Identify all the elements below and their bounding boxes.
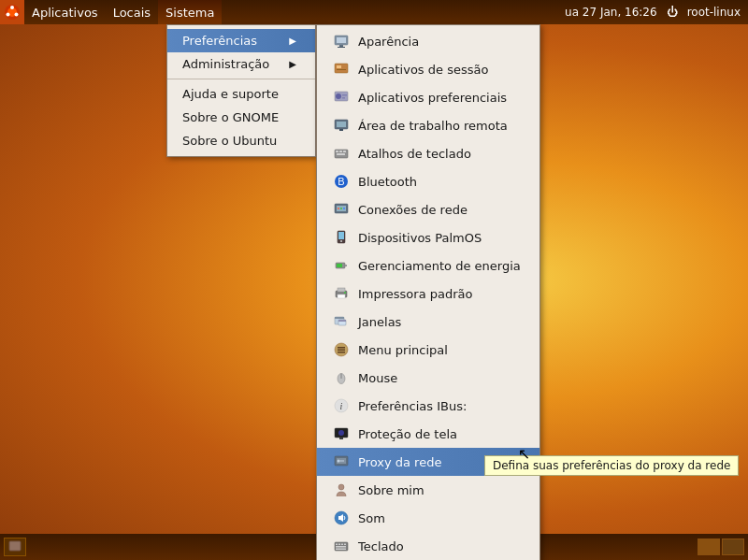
palm-label: Dispositivos PalmOS [358, 231, 482, 245]
menu-principal-icon [332, 340, 351, 359]
sobre-ubuntu-label: Sobre o Ubuntu [182, 134, 277, 148]
ibus-label: Preferências IBus: [358, 399, 467, 413]
svg-rect-36 [337, 264, 342, 267]
aparencia-label: Aparência [358, 35, 419, 49]
pref-item-menu[interactable]: Menu principal [317, 336, 539, 364]
pref-item-sobre-mim[interactable]: Sobre mim [317, 476, 539, 504]
pref-item-conexoes[interactable]: Conexões de rede [317, 195, 539, 223]
datetime: ua 27 Jan, 16:26 [565, 6, 657, 19]
svg-rect-18 [339, 129, 343, 131]
menu-item-administracao[interactable]: Administração ▶ [167, 52, 315, 76]
pref-item-remota[interactable]: Área de trabalho remota [317, 111, 539, 139]
ibus-icon: i [332, 396, 351, 415]
pref-item-preferenciais[interactable]: Aplicativos preferenciais [317, 83, 539, 111]
preferencias-menu-panel: Aparência Aplicativos de sessão Aplicati… [316, 24, 540, 560]
menu-item-preferencias[interactable]: Preferências ▶ [167, 29, 315, 52]
mouse-icon [332, 368, 351, 387]
pref-item-sessao[interactable]: Aplicativos de sessão [317, 55, 539, 83]
svg-rect-44 [338, 320, 346, 322]
impressora-icon [332, 284, 351, 303]
svg-rect-7 [339, 45, 343, 47]
svg-rect-56 [339, 438, 343, 439]
sobre-gnome-label: Sobre o GNOME [182, 110, 279, 124]
workspace-2[interactable] [722, 538, 744, 555]
pref-item-janelas[interactable]: Janelas [317, 308, 539, 336]
svg-point-4 [7, 13, 10, 17]
submenu-arrow-2: ▶ [289, 59, 296, 69]
menu-principal-label: Menu principal [358, 343, 448, 357]
atalhos-label: Atalhos de teclado [358, 147, 471, 161]
janelas-label: Janelas [358, 315, 401, 329]
conexoes-label: Conexões de rede [358, 203, 468, 217]
preferenciais-icon [332, 88, 351, 107]
menu-item-sobre-gnome[interactable]: Sobre o GNOME [167, 106, 315, 129]
menu-item-ajuda[interactable]: Ajuda e suporte [167, 82, 315, 106]
remota-icon [332, 116, 351, 135]
power-icon: ⏻ [667, 6, 678, 19]
atalhos-icon [332, 144, 351, 163]
svg-rect-21 [339, 151, 342, 152]
pref-item-mouse[interactable]: Mouse [317, 364, 539, 392]
menu-separator-1 [167, 79, 315, 79]
svg-rect-15 [342, 97, 345, 99]
svg-rect-38 [338, 288, 345, 292]
protecao-label: Proteção de tela [358, 427, 457, 441]
svg-point-61 [338, 484, 344, 490]
svg-rect-70 [9, 541, 21, 551]
pref-item-bluetooth[interactable]: B Bluetooth [317, 167, 539, 195]
show-desktop-btn[interactable] [4, 538, 26, 556]
menu-item-sobre-ubuntu[interactable]: Sobre o Ubuntu [167, 129, 315, 152]
sobre-mim-label: Sobre mim [358, 483, 424, 497]
administracao-label: Administração [182, 57, 269, 71]
svg-rect-67 [344, 544, 346, 546]
workspace-switcher [698, 538, 744, 555]
svg-rect-32 [338, 232, 344, 239]
svg-rect-65 [338, 544, 340, 546]
panel-menu-locais[interactable]: Locais [106, 0, 158, 24]
svg-rect-66 [341, 544, 343, 546]
impressora-label: Impressora padrão [358, 287, 472, 301]
svg-point-51 [340, 375, 342, 377]
svg-rect-69 [336, 549, 346, 551]
svg-rect-23 [337, 153, 345, 155]
proxy-label: Proxy da rede [358, 455, 441, 469]
svg-rect-35 [345, 265, 347, 266]
som-label: Som [358, 511, 385, 525]
pref-item-palm[interactable]: Dispositivos PalmOS [317, 223, 539, 251]
bluetooth-label: Bluetooth [358, 175, 417, 189]
panel-menu-sistema[interactable]: Sistema [158, 0, 222, 24]
panel-right: ua 27 Jan, 16:26 ⏻ root-linux [565, 6, 748, 19]
teclado-label: Teclado [358, 539, 404, 553]
pref-item-teclado[interactable]: Teclado [317, 532, 539, 560]
som-icon [332, 509, 351, 527]
svg-rect-42 [335, 317, 344, 319]
pref-item-som[interactable]: Som [317, 504, 539, 532]
palm-icon [332, 228, 351, 247]
sistema-menu-panel: Preferências ▶ Administração ▶ Ajuda e s… [166, 24, 316, 157]
pref-item-aparencia[interactable]: Aparência [317, 27, 539, 55]
svg-point-29 [340, 208, 342, 209]
svg-rect-22 [343, 151, 346, 152]
sistema-menu: Preferências ▶ Administração ▶ Ajuda e s… [166, 24, 316, 157]
workspace-1[interactable] [698, 538, 720, 555]
svg-rect-47 [338, 350, 345, 352]
svg-text:B: B [338, 176, 344, 187]
pref-item-atalhos[interactable]: Atalhos de teclado [317, 139, 539, 167]
desktop: Aplicativos Locais Sistema ua 27 Jan, 16… [0, 0, 748, 560]
svg-point-30 [343, 208, 345, 209]
svg-point-59 [338, 460, 340, 463]
ubuntu-icon[interactable] [0, 0, 24, 24]
svg-point-40 [344, 292, 346, 294]
svg-text:i: i [340, 401, 343, 411]
svg-rect-46 [338, 347, 345, 349]
username: root-linux [687, 6, 741, 19]
pref-item-energia[interactable]: Gerenciamento de energia [317, 251, 539, 280]
preferencias-label: Preferências [182, 34, 257, 48]
pref-item-protecao[interactable]: Proteção de tela [317, 420, 539, 448]
pref-item-impressora[interactable]: Impressora padrão [317, 280, 539, 308]
pref-item-ibus[interactable]: i Preferências IBus: [317, 392, 539, 420]
panel-left: Aplicativos Locais Sistema [0, 0, 222, 24]
preferencias-submenu: Aparência Aplicativos de sessão Aplicati… [316, 24, 540, 560]
panel-menu-aplicativos[interactable]: Aplicativos [24, 0, 106, 24]
preferenciais-label: Aplicativos preferenciais [358, 91, 507, 105]
